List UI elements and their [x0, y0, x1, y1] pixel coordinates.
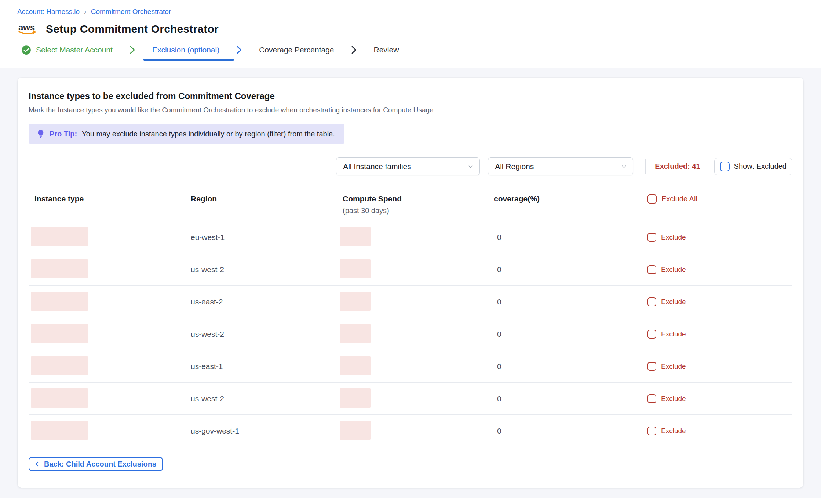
redacted-instance-type: [31, 292, 88, 311]
table-row: us-west-2 0 Exclude: [29, 318, 792, 350]
redacted-compute-spend: [340, 292, 371, 311]
instance-families-value: All Instance families: [343, 162, 411, 171]
chevron-right-icon: [128, 45, 137, 55]
main-area: Instance types to be excluded from Commi…: [0, 68, 821, 498]
exclude-label: Exclude: [661, 395, 686, 403]
page-header: Account: Harness.io › Commitment Orchest…: [0, 0, 821, 68]
show-excluded-toggle[interactable]: Show: Excluded: [714, 158, 792, 175]
step-label: Exclusion (optional): [152, 45, 219, 54]
redacted-instance-type: [31, 356, 88, 375]
coverage-value: 0: [494, 362, 501, 370]
chevron-down-icon: [468, 164, 474, 169]
back-button-label: Back: Child Account Exclusions: [44, 460, 156, 468]
col-header-compute-spend: Compute Spend (past 30 days): [343, 194, 494, 215]
step-label: Select Master Account: [36, 45, 113, 54]
region-value: us-east-2: [191, 297, 223, 306]
table-row: eu-west-1 0 Exclude: [29, 221, 792, 253]
table-header-row: Instance type Region Compute Spend (past…: [29, 194, 792, 221]
page-title: Setup Commitment Orchestrator: [46, 23, 219, 35]
step-select-master-account[interactable]: Select Master Account: [21, 39, 113, 61]
step-label: Review: [374, 45, 399, 54]
col-header-exclude-all: Exclude All: [647, 194, 792, 204]
exclude-checkbox[interactable]: [647, 362, 656, 371]
breadcrumb-separator-icon: ›: [84, 7, 87, 16]
coverage-value: 0: [494, 297, 501, 306]
breadcrumb: Account: Harness.io › Commitment Orchest…: [17, 7, 821, 16]
coverage-value: 0: [494, 265, 501, 274]
exclude-all-checkbox[interactable]: [647, 194, 657, 204]
card-subheading: Mark the Instance types you would like t…: [29, 106, 792, 114]
protip-text: You may exclude instance types individua…: [82, 130, 335, 138]
redacted-instance-type: [31, 421, 88, 440]
instance-families-select[interactable]: All Instance families: [336, 157, 480, 175]
title-row: aws Setup Commitment Orchestrator: [17, 22, 821, 36]
chevron-right-icon: [235, 45, 244, 55]
protip-banner: Pro Tip: You may exclude instance types …: [29, 124, 344, 144]
show-excluded-label: Show: Excluded: [734, 162, 787, 171]
excluded-count-badge: Excluded: 41: [655, 162, 700, 171]
region-value: us-east-1: [191, 362, 223, 370]
redacted-compute-spend: [340, 356, 371, 375]
exclude-checkbox[interactable]: [647, 427, 656, 435]
regions-select[interactable]: All Regions: [488, 157, 633, 175]
step-review[interactable]: Review: [374, 39, 399, 61]
chevron-down-icon: [621, 164, 627, 169]
card-heading: Instance types to be excluded from Commi…: [29, 91, 792, 101]
step-completed-check-icon: [21, 45, 31, 55]
chevron-left-icon: [34, 461, 40, 467]
exclude-label: Exclude: [661, 330, 686, 338]
redacted-compute-spend: [340, 324, 371, 343]
redacted-compute-spend: [340, 421, 371, 440]
show-excluded-checkbox[interactable]: [720, 162, 730, 171]
redacted-compute-spend: [340, 259, 371, 278]
step-label: Coverage Percentage: [259, 45, 334, 54]
breadcrumb-account-link[interactable]: Account: Harness.io: [17, 8, 80, 16]
exclude-checkbox[interactable]: [647, 394, 656, 403]
redacted-instance-type: [31, 324, 88, 343]
stepper: Select Master Account Exclusion (optiona…: [17, 39, 821, 61]
vertical-divider: [645, 159, 646, 174]
svg-text:aws: aws: [18, 22, 35, 32]
protip-label: Pro Tip:: [50, 130, 77, 138]
exclude-label: Exclude: [661, 362, 686, 370]
coverage-value: 0: [494, 427, 501, 435]
exclude-label: Exclude: [661, 427, 686, 435]
exclude-label: Exclude: [661, 266, 686, 274]
redacted-compute-spend: [340, 388, 371, 408]
exclude-checkbox[interactable]: [647, 265, 656, 274]
redacted-instance-type: [31, 259, 88, 278]
redacted-compute-spend: [340, 227, 371, 246]
exclusion-card: Instance types to be excluded from Commi…: [18, 78, 803, 488]
exclude-checkbox[interactable]: [647, 233, 656, 242]
table-row: us-east-1 0 Exclude: [29, 350, 792, 383]
region-value: us-gov-west-1: [191, 427, 239, 435]
regions-value: All Regions: [495, 162, 534, 171]
step-coverage-percentage[interactable]: Coverage Percentage: [259, 39, 334, 61]
col-header-coverage: coverage(%): [494, 194, 647, 203]
region-value: us-west-2: [191, 394, 224, 403]
back-button[interactable]: Back: Child Account Exclusions: [29, 457, 163, 471]
step-exclusion-optional[interactable]: Exclusion (optional): [152, 39, 219, 61]
col-header-compute-spend-sub: (past 30 days): [343, 207, 494, 215]
table-row: us-east-2 0 Exclude: [29, 286, 792, 318]
region-value: us-west-2: [191, 265, 224, 274]
exclude-checkbox[interactable]: [647, 330, 656, 339]
lightbulb-icon: [37, 129, 45, 139]
col-header-region: Region: [191, 194, 343, 203]
exclusion-table: Instance type Region Compute Spend (past…: [29, 194, 792, 447]
col-header-instance-type: Instance type: [29, 194, 191, 203]
filter-row: All Instance families All Regions Exclud…: [29, 157, 792, 175]
table-row: us-west-2 0 Exclude: [29, 253, 792, 286]
aws-logo-icon: aws: [17, 22, 39, 36]
table-row: us-west-2 0 Exclude: [29, 383, 792, 415]
exclude-label: Exclude: [661, 298, 686, 306]
region-value: eu-west-1: [191, 233, 225, 241]
redacted-instance-type: [31, 388, 88, 408]
exclude-all-label: Exclude All: [661, 195, 697, 203]
breadcrumb-current-link[interactable]: Commitment Orchestrator: [91, 8, 171, 16]
table-row: us-gov-west-1 0 Exclude: [29, 415, 792, 447]
exclude-checkbox[interactable]: [647, 297, 656, 306]
chevron-right-icon: [350, 45, 358, 55]
coverage-value: 0: [494, 394, 501, 403]
exclude-label: Exclude: [661, 233, 686, 241]
